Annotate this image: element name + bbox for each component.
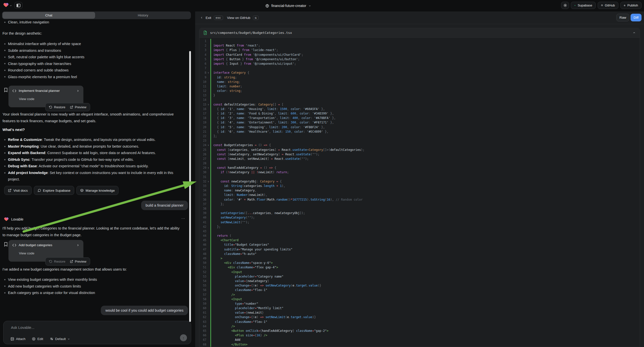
fold-spacer — [206, 148, 210, 152]
code-text: <Input — [210, 270, 242, 274]
fold-spacer — [206, 39, 210, 43]
line-number: 29 — [200, 166, 206, 170]
list-item: Glass-morphic elements for a premium fee… — [4, 74, 181, 80]
code-line: 45 <ChartCard — [200, 238, 640, 242]
project-name: financial-future-creator — [271, 4, 306, 8]
chevron-right-icon — [76, 89, 80, 92]
list-item: Minimalist interface with plenty of whit… — [4, 40, 181, 47]
bullet-dot — [4, 139, 6, 140]
code-line: 4import ChartCard from '@/components/ui/… — [200, 52, 640, 57]
fold-spacer — [206, 306, 210, 310]
fold-chevron-icon[interactable]: ∨ — [206, 143, 210, 147]
restore-button[interactable]: Restore — [49, 260, 66, 263]
fold-spacer — [206, 206, 210, 211]
chevron-up-icon[interactable] — [632, 31, 636, 34]
fold-spacer — [206, 138, 210, 143]
restore-button[interactable]: Restore — [49, 105, 66, 109]
code-lines[interactable]: 12import React from 'react';3import { Pl… — [200, 38, 640, 347]
code-text: limit: Number(newLimit), — [210, 193, 267, 197]
code-line: 31 — [200, 175, 640, 179]
line-number: 10 — [200, 80, 206, 84]
preview-button[interactable]: Preview — [70, 105, 86, 109]
fold-spacer — [206, 238, 210, 242]
line-number: 40 — [200, 215, 206, 220]
supabase-button[interactable]: Supabase — [571, 2, 596, 9]
visit-docs-button[interactable]: Visit docs — [4, 186, 32, 195]
mode-selector[interactable]: Default — [50, 337, 70, 341]
bullet-dot — [4, 63, 6, 64]
tab-chat[interactable]: Chat — [2, 12, 95, 19]
attach-button[interactable]: Attach — [10, 337, 26, 341]
diff-toggle-button[interactable]: Diff — [630, 14, 642, 22]
code-text: { id: '5', name: 'Shopping', limit: 200,… — [210, 125, 325, 130]
fold-spacer — [206, 338, 210, 342]
code-text: className="flex-1" — [210, 320, 267, 324]
fold-spacer — [206, 279, 210, 283]
fold-spacer — [206, 130, 210, 134]
line-number: 6 — [200, 62, 206, 66]
line-number: 5 — [200, 57, 206, 62]
fold-chevron-icon[interactable]: ∨ — [206, 179, 210, 184]
image-icon — [10, 337, 14, 341]
line-number: 44 — [200, 234, 206, 238]
view-code-link[interactable]: View code — [19, 97, 34, 101]
code-text: title="Budget Categories" — [210, 242, 269, 247]
bookmark-icon[interactable] — [4, 242, 8, 247]
bullet-text: Clean, intuitive navigation — [8, 19, 49, 26]
explore-supabase-label: Explore Supabase — [43, 189, 70, 192]
external-link-icon — [70, 106, 73, 109]
manage-knowledge-button[interactable]: Manage knowledge — [76, 186, 118, 195]
code-line: 42 }; — [200, 224, 640, 229]
code-line: 49 > — [200, 256, 640, 260]
tab-history-label: History — [138, 14, 148, 17]
code-line: 67 Add — [200, 338, 640, 342]
gear-icon — [563, 4, 567, 7]
publish-button[interactable]: Publish — [620, 2, 642, 9]
chat-input[interactable]: Ask Lovable... — [11, 325, 34, 330]
tab-history[interactable]: History — [96, 12, 190, 19]
line-number: 55 — [200, 283, 206, 288]
line-number: 12 — [200, 88, 206, 93]
code-line: 29∨ const handleAddCategory = () => { — [200, 166, 640, 170]
fold-spacer — [206, 184, 210, 188]
fold-spacer — [206, 170, 210, 174]
code-line: 32∨ const newCategoryObj: Category = { — [200, 179, 640, 184]
fold-chevron-icon[interactable]: ∨ — [206, 70, 210, 75]
view-code-link[interactable]: View code — [19, 252, 34, 255]
explore-supabase-button[interactable]: Explore Supabase — [34, 186, 74, 195]
code-line: 41 setNewLimit(''); — [200, 220, 640, 224]
code-text: { id: '3', name: 'Transportation', limit… — [210, 116, 336, 120]
project-switcher[interactable]: financial-future-creator — [265, 0, 311, 12]
code-text: id: string; — [210, 75, 237, 80]
fold-chevron-icon[interactable]: ∨ — [206, 102, 210, 107]
message-menu-button[interactable]: ⋯ — [181, 216, 185, 221]
bullet-text: Subtle animations and transitions — [8, 47, 61, 54]
code-line: 9 id: string; — [200, 75, 640, 80]
list-item: Each category gets a unique color for vi… — [4, 290, 181, 296]
fold-chevron-icon[interactable]: ∨ — [206, 166, 210, 170]
globe-icon — [624, 4, 625, 7]
preview-label: Preview — [75, 105, 86, 109]
fold-spacer — [206, 328, 210, 333]
raw-toggle-button[interactable]: Raw — [616, 14, 629, 22]
bookmark-icon[interactable] — [4, 88, 8, 92]
exit-button[interactable]: Exit ESC — [200, 12, 223, 24]
chevron-down-icon — [68, 338, 70, 340]
code-line: 34 name: newCategory, — [200, 188, 640, 193]
line-number: 56 — [200, 288, 206, 292]
view-on-github-button[interactable]: View on GitHub G — [227, 12, 259, 24]
line-number: 2 — [200, 43, 206, 48]
send-button[interactable]: ↑ — [180, 334, 187, 341]
code-line: 36 color: '#' + Math.floor(Math.random()… — [200, 198, 640, 202]
github-button[interactable]: GitHub — [598, 2, 618, 9]
edit-button[interactable]: Edit — [32, 337, 43, 341]
file-bar[interactable]: src/components/budget/BudgetCategories.t… — [200, 28, 640, 38]
bullet-dot — [4, 172, 6, 174]
preview-button[interactable]: Preview — [70, 260, 86, 263]
user-message: build a financial planner — [141, 201, 188, 210]
bullet-text: Each category gets a unique color for vi… — [8, 290, 95, 296]
chat-scrollbar[interactable] — [189, 51, 191, 322]
code-line: 26 const [newCategory, setNewCategory] =… — [200, 152, 640, 156]
code-text — [210, 175, 213, 179]
settings-button[interactable] — [561, 2, 569, 9]
